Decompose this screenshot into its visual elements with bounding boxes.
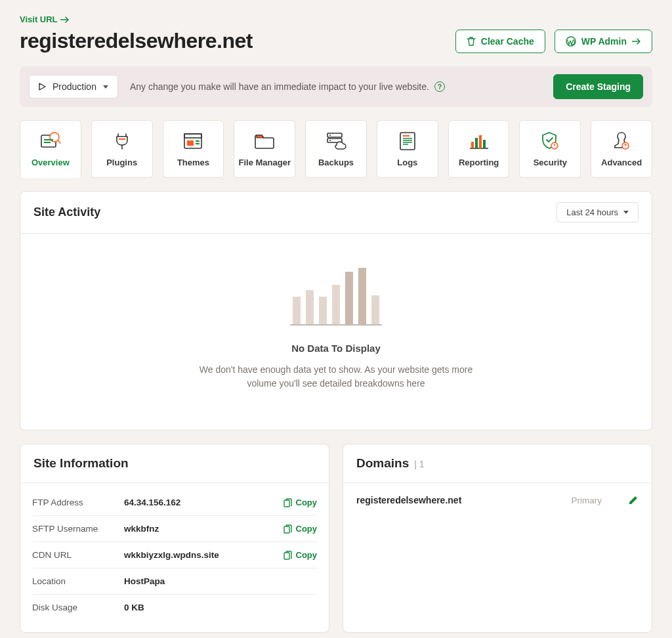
caret-down-icon (103, 85, 108, 89)
svg-rect-27 (284, 526, 289, 533)
arrow-right-icon (632, 38, 641, 45)
info-row-ftp: FTP Address 64.34.156.162 Copy (32, 490, 317, 516)
info-row-disk: Disk Usage 0 KB (32, 595, 317, 620)
tab-bar: Overview Plugins Themes File Manager Bac… (20, 120, 652, 178)
svg-point-13 (329, 140, 331, 141)
svg-rect-8 (196, 140, 200, 142)
caret-down-icon (623, 211, 629, 214)
tab-reporting[interactable]: Reporting (448, 120, 510, 178)
svg-rect-20 (471, 142, 474, 148)
tab-security[interactable]: Security (519, 120, 581, 178)
clear-cache-button[interactable]: Clear Cache (455, 30, 545, 53)
svg-point-25 (622, 142, 629, 149)
environment-bar: Production Any change you make will have… (20, 66, 652, 107)
help-icon[interactable]: ? (434, 81, 445, 92)
domain-name: registeredelsewhere.net (356, 495, 461, 505)
tab-plugins[interactable]: Plugins (91, 120, 153, 178)
svg-rect-3 (44, 139, 53, 140)
copy-icon (284, 524, 292, 534)
advanced-icon (594, 130, 649, 152)
tab-overview[interactable]: Overview (20, 120, 81, 178)
plugins-icon (94, 130, 150, 152)
visit-url-link[interactable]: Visit URL (20, 14, 70, 24)
domains-card: Domains | 1 registeredelsewhere.net Prim… (343, 444, 652, 633)
environment-message: Any change you make will have an immedia… (130, 81, 429, 92)
svg-rect-6 (184, 134, 201, 138)
tab-logs[interactable]: Logs (377, 120, 438, 178)
info-row-cdn: CDN URL wkkbiyzxlg.wpdns.site Copy (32, 542, 317, 568)
nodata-subtitle: We don't have enough data yet to show. A… (198, 363, 474, 391)
domain-tag: Primary (572, 496, 602, 505)
trash-icon (467, 36, 476, 47)
wordpress-icon (566, 36, 576, 47)
svg-rect-9 (196, 143, 200, 144)
site-activity-card: Site Activity Last 24 hours No Data To D… (20, 191, 652, 431)
svg-point-11 (329, 135, 331, 136)
logs-icon (380, 130, 435, 152)
tab-themes[interactable]: Themes (163, 120, 224, 178)
nodata-chart-icon (290, 266, 382, 326)
svg-rect-4 (44, 142, 51, 143)
svg-rect-23 (483, 140, 486, 148)
svg-rect-21 (475, 138, 478, 148)
backups-icon (308, 130, 364, 152)
svg-rect-7 (187, 140, 194, 146)
themes-icon (166, 130, 221, 152)
security-icon (522, 130, 578, 152)
svg-rect-19 (403, 144, 408, 145)
site-activity-title: Site Activity (33, 205, 100, 219)
svg-point-24 (551, 142, 558, 149)
wp-admin-button[interactable]: WP Admin (555, 30, 652, 53)
environment-select[interactable]: Production (29, 75, 118, 98)
info-row-location: Location HostPapa (32, 568, 317, 595)
create-staging-button[interactable]: Create Staging (553, 74, 643, 99)
copy-cdn-button[interactable]: Copy (284, 550, 318, 560)
tab-backups[interactable]: Backups (305, 120, 367, 178)
play-icon (39, 83, 46, 91)
activity-range-select[interactable]: Last 24 hours (556, 202, 639, 223)
copy-icon (284, 551, 292, 560)
domains-title: Domains (356, 456, 409, 471)
copy-sftp-button[interactable]: Copy (284, 524, 318, 534)
reporting-icon (452, 130, 507, 152)
svg-rect-15 (403, 135, 410, 137)
nodata-title: No Data To Display (40, 343, 632, 354)
copy-ftp-button[interactable]: Copy (284, 498, 318, 507)
svg-rect-28 (284, 553, 289, 559)
domains-count: | 1 (414, 459, 424, 469)
svg-rect-22 (479, 135, 482, 148)
svg-rect-17 (403, 140, 412, 141)
file-manager-icon (237, 130, 292, 152)
svg-rect-14 (400, 133, 415, 150)
tab-advanced[interactable]: Advanced (591, 120, 652, 178)
tab-file-manager[interactable]: File Manager (234, 120, 295, 178)
edit-domain-button[interactable] (628, 495, 639, 505)
domain-row: registeredelsewhere.net Primary (343, 483, 652, 517)
pencil-icon (628, 495, 639, 505)
svg-rect-26 (284, 500, 289, 507)
overview-icon (23, 130, 78, 152)
visit-url-label: Visit URL (20, 14, 58, 24)
site-info-title: Site Information (33, 456, 129, 471)
site-title: registeredelsewhere.net (20, 29, 253, 53)
svg-rect-18 (403, 142, 412, 143)
copy-icon (284, 498, 292, 507)
svg-rect-16 (403, 138, 412, 139)
arrow-right-icon (60, 16, 70, 23)
info-row-sftp: SFTP Username wkkbfnz Copy (32, 516, 317, 542)
site-information-card: Site Information FTP Address 64.34.156.1… (20, 444, 329, 633)
